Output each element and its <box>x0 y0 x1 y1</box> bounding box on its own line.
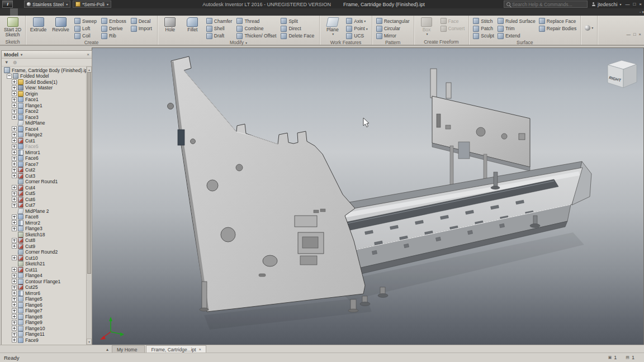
expander-icon[interactable] <box>12 132 17 137</box>
tree-item[interactable]: Face7 <box>2 161 87 168</box>
expander-icon[interactable] <box>12 97 17 102</box>
expander-icon[interactable] <box>12 220 17 225</box>
doc-minimize-button[interactable]: — <box>627 32 631 37</box>
trim-button[interactable]: Trim <box>496 25 537 32</box>
tree-item[interactable]: Flange5 <box>2 296 87 302</box>
appearance-dropdown[interactable]: *Semi-Poli ▾ <box>73 1 111 8</box>
derive-button[interactable]: Derive <box>100 25 129 32</box>
tree-item[interactable]: Cut3 <box>2 173 87 179</box>
emboss-button[interactable]: Emboss <box>100 17 129 25</box>
tree-item[interactable]: Cut4 <box>2 185 87 191</box>
expander-icon[interactable] <box>12 161 17 166</box>
tree-item[interactable]: Flange2 <box>2 132 87 138</box>
tree-item[interactable]: Flange9 <box>2 320 87 326</box>
expander-icon[interactable] <box>12 197 17 202</box>
minimize-button[interactable]: — <box>625 2 629 7</box>
point-button[interactable]: Point ▾ <box>344 25 369 32</box>
ribbon-tab[interactable] <box>73 8 80 16</box>
help-search-box[interactable] <box>504 1 588 8</box>
expander-icon[interactable] <box>12 138 17 143</box>
expander-icon[interactable] <box>12 314 17 319</box>
tree-item[interactable]: Cut2 <box>2 167 87 173</box>
start-2d-sketch-button[interactable]: Start 2D Sketch <box>2 17 23 37</box>
ruled-surface-button[interactable]: Ruled Surface <box>496 17 537 25</box>
tree-item[interactable]: Sketch21 <box>2 261 87 267</box>
ribbon-appearance-icon[interactable]: ▫ <box>640 10 641 14</box>
expander-icon[interactable] <box>12 255 17 260</box>
scroll-down-icon[interactable]: ▼ <box>87 339 92 345</box>
close-button[interactable]: × <box>639 2 642 7</box>
tree-item[interactable]: Contour Flange1 <box>2 279 87 285</box>
revolve-button[interactable]: Revolve <box>50 17 71 32</box>
tree-item[interactable]: Corner Round1 <box>2 179 87 185</box>
tree-item[interactable]: Cut25 <box>2 284 87 290</box>
browser-scrollbar[interactable]: ▲ ▼ <box>86 66 92 345</box>
scrollbar-thumb[interactable] <box>87 72 91 274</box>
sweep-button[interactable]: Sweep <box>73 17 100 25</box>
application-menu-button[interactable]: I <box>2 1 13 8</box>
expander-icon[interactable] <box>12 191 17 196</box>
search-input[interactable] <box>512 2 585 7</box>
expander-icon[interactable] <box>12 279 17 284</box>
expander-icon[interactable] <box>12 226 17 231</box>
tree-item[interactable]: Cut10 <box>2 255 87 261</box>
tree-item[interactable]: Flange3 <box>2 226 87 232</box>
expander-icon[interactable] <box>12 332 17 337</box>
thread-button[interactable]: Thread <box>235 17 279 25</box>
expander-icon[interactable] <box>12 144 17 149</box>
expander-icon[interactable] <box>12 109 17 114</box>
expander-icon[interactable] <box>12 267 17 272</box>
replace-face-button[interactable]: Replace Face <box>537 17 578 25</box>
tree-item[interactable]: Cut1 <box>2 138 87 144</box>
model-3d-view[interactable]: RIGHT <box>92 48 643 345</box>
tree-item[interactable]: Solid Bodies(1) <box>2 79 87 85</box>
tree-item[interactable]: Flange10 <box>2 326 87 332</box>
tree-item[interactable]: Mirror1 <box>2 150 87 156</box>
expander-icon[interactable] <box>12 156 17 161</box>
tree-item[interactable]: Flange11 <box>2 331 87 337</box>
repair-bodies-button[interactable]: Repair Bodies <box>537 25 578 32</box>
stitch-button[interactable]: Stitch <box>471 17 496 25</box>
coil-button[interactable]: Coil <box>73 32 100 40</box>
ribbon-tab[interactable] <box>34 8 41 16</box>
tree-item[interactable]: Sketch18 <box>2 232 87 238</box>
loft-button[interactable]: Loft <box>73 25 100 32</box>
expander-icon[interactable] <box>12 285 17 290</box>
tree-item[interactable]: Cut8 <box>2 237 87 244</box>
signin-user[interactable]: jtedeschi ▾ <box>591 2 622 7</box>
tree-item[interactable]: Face3 <box>2 115 87 121</box>
group-label-modify[interactable]: Modify▾ <box>160 40 317 45</box>
tree-item[interactable]: Mirror2 <box>2 220 87 226</box>
expander-icon[interactable] <box>12 302 17 307</box>
tree-item[interactable]: Face4 <box>2 126 87 132</box>
expander-icon[interactable] <box>12 115 17 120</box>
mirror-pattern-button[interactable]: Mirror <box>375 32 411 40</box>
expander-icon[interactable] <box>12 215 17 220</box>
doc-close-button[interactable]: × <box>639 32 641 37</box>
tree-item[interactable]: View: Master <box>2 85 87 91</box>
freeform-box-button[interactable]: Box ▾ <box>416 17 437 36</box>
ribbon-tab[interactable] <box>57 8 65 16</box>
tab-close-icon[interactable]: × <box>199 347 201 351</box>
rib-button[interactable]: Rib <box>100 32 129 40</box>
ribbon-tab[interactable] <box>18 8 26 16</box>
thicken-offset-button[interactable]: Thicken/ Offset <box>235 32 279 40</box>
expander-icon[interactable] <box>7 74 12 79</box>
axis-button[interactable]: Axis ▾ <box>344 17 369 25</box>
draft-button[interactable]: Draft <box>205 32 235 40</box>
tree-item[interactable]: Mirror6 <box>2 290 87 297</box>
find-icon[interactable]: ◎ <box>13 60 17 65</box>
maximize-button[interactable]: □ <box>633 2 636 7</box>
doc-restore-button[interactable]: □ <box>633 32 636 37</box>
chevron-down-icon[interactable]: ▾ <box>642 10 644 15</box>
tree-item[interactable]: Cut5 <box>2 190 87 197</box>
expander-icon[interactable] <box>12 290 17 296</box>
tree-root-item[interactable]: Frame, Cartridge Body (Finished).ipt <box>2 67 87 73</box>
extrude-button[interactable]: Extrude <box>28 17 49 32</box>
tree-item[interactable]: Face6 <box>2 155 87 161</box>
ribbon-tab[interactable] <box>80 8 88 16</box>
tree-item[interactable]: Cut7 <box>2 202 87 208</box>
plane-button[interactable]: Plane ▾ <box>322 17 343 36</box>
expander-icon[interactable] <box>12 168 17 173</box>
material-dropdown[interactable]: Stainless Steel ▾ <box>24 1 70 8</box>
